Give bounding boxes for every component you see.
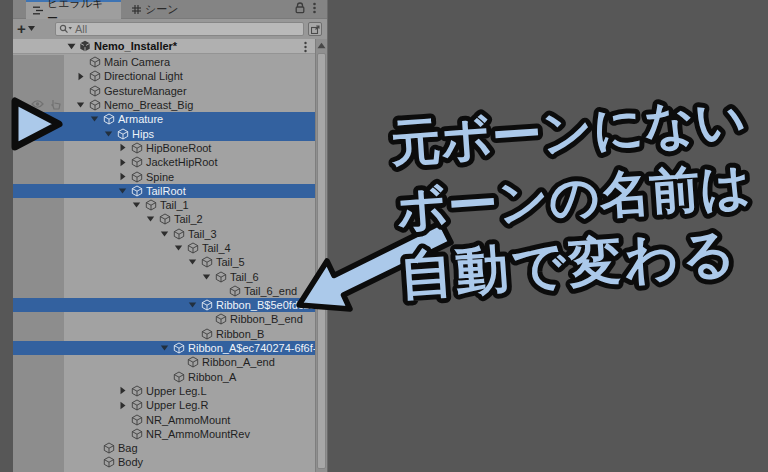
caption-line-1: 元ボーンにない	[388, 91, 748, 172]
tree-row[interactable]: Directional Light	[13, 69, 327, 83]
cube-icon	[131, 399, 143, 411]
scroll-up-arrow-icon[interactable]	[317, 42, 326, 49]
tree-row[interactable]: Ribbon_A$ec740274-6f6f-	[13, 341, 327, 355]
tree-row[interactable]: Tail_5	[13, 255, 327, 269]
tree-row[interactable]: Ribbon_B_end	[13, 312, 327, 326]
plus-icon: +	[17, 20, 26, 37]
tree-row[interactable]: Tail_4	[13, 241, 327, 255]
foldout-collapsed-icon[interactable]	[77, 72, 85, 81]
tab-bar: ヒエラルキー シーン	[13, 0, 327, 19]
object-name: Directional Light	[104, 70, 183, 82]
foldout-expanded-icon[interactable]	[118, 187, 127, 195]
object-name: Ribbon_B_end	[230, 313, 303, 325]
scene-name: Nemo_Installer*	[94, 40, 177, 52]
object-name: Ribbon_A$ec740274-6f6f-	[188, 342, 316, 354]
tab-hierarchy[interactable]: ヒエラルキー	[26, 0, 121, 19]
foldout-expanded-icon[interactable]	[146, 215, 155, 223]
cube-icon	[173, 342, 185, 354]
cube-icon	[131, 185, 143, 197]
tree-row[interactable]: Tail_6_end	[13, 284, 327, 298]
eye-icon[interactable]	[31, 99, 44, 109]
object-name: Spine	[146, 171, 174, 183]
tree-row[interactable]: Ribbon_A	[13, 370, 327, 384]
cube-icon	[215, 313, 227, 325]
search-input[interactable]: All	[55, 22, 304, 36]
tree-row[interactable]: Upper Leg.R	[13, 398, 327, 412]
tree-row[interactable]: Ribbon_A_end	[13, 355, 327, 369]
tree-row[interactable]: Ribbon_B	[13, 327, 327, 341]
object-name: Ribbon_A	[188, 371, 236, 383]
vertical-scrollbar[interactable]	[315, 39, 327, 472]
caption-line-3: 自動で変わる	[398, 222, 741, 305]
foldout-expanded-icon[interactable]	[90, 115, 99, 123]
cube-icon	[145, 199, 157, 211]
foldout-expanded-icon[interactable]	[174, 244, 183, 252]
foldout-collapsed-icon[interactable]	[119, 143, 127, 152]
tree-row[interactable]: Tail_6	[13, 269, 327, 283]
caption-line-2: ボーンの名前は	[395, 157, 753, 238]
pick-hand-icon[interactable]	[50, 99, 61, 110]
object-name: Tail_4	[202, 242, 231, 254]
tree-row[interactable]: Armature	[13, 112, 327, 126]
object-name: Tail_6_end	[244, 285, 297, 297]
foldout-collapsed-icon[interactable]	[119, 172, 127, 181]
object-name: Tail_6	[230, 271, 259, 283]
create-object-button[interactable]: +	[17, 20, 39, 37]
foldout-expanded-icon[interactable]	[160, 230, 169, 238]
tree-row[interactable]: HipBoneRoot	[13, 141, 327, 155]
tree-row[interactable]: Upper Leg.L	[13, 384, 327, 398]
open-search-window-button[interactable]	[308, 22, 322, 36]
tree-row[interactable]: Bag	[13, 441, 327, 455]
foldout-collapsed-icon[interactable]	[119, 386, 127, 395]
tree-row[interactable]: NR_AmmoMountRev	[13, 427, 327, 441]
tab-label: シーン	[145, 2, 179, 17]
tree-row[interactable]: Ribbon_B$5e0fdcba-	[13, 298, 327, 312]
tab-scene[interactable]: シーン	[125, 0, 186, 19]
foldout-expanded-icon[interactable]	[104, 130, 113, 138]
object-name: Tail_1	[160, 199, 189, 211]
object-name: Tail_3	[188, 228, 217, 240]
foldout-expanded-icon[interactable]	[160, 344, 169, 352]
tree-row[interactable]: JacketHipRoot	[13, 155, 327, 169]
cube-icon	[89, 56, 101, 68]
cube-icon	[117, 128, 129, 140]
foldout-expanded-icon[interactable]	[188, 301, 197, 309]
tree-row[interactable]: Nemo_Breast_Big	[13, 98, 327, 112]
object-name: Hips	[132, 128, 154, 140]
foldout-expanded-icon[interactable]	[76, 101, 85, 109]
tree-row[interactable]: TailRoot	[13, 184, 327, 198]
tree-row[interactable]: Tail_3	[13, 227, 327, 241]
search-icon	[59, 24, 72, 34]
object-name: Ribbon_A_end	[202, 356, 275, 368]
object-name: GestureManager	[104, 85, 187, 97]
object-name: TailRoot	[146, 185, 186, 197]
foldout-expanded-icon[interactable]	[132, 201, 141, 209]
tree-row[interactable]: NR_AmmoMount	[13, 412, 327, 426]
cube-icon	[159, 213, 171, 225]
grid-icon	[132, 5, 141, 14]
tree-row[interactable]: Tail_1	[13, 198, 327, 212]
object-name: Nemo_Breast_Big	[104, 99, 193, 111]
tree-row[interactable]: GestureManager	[13, 84, 327, 98]
foldout-expanded-icon[interactable]	[202, 273, 211, 281]
foldout-collapsed-icon[interactable]	[119, 158, 127, 167]
lock-icon[interactable]	[295, 2, 305, 14]
foldout-collapsed-icon[interactable]	[119, 401, 127, 410]
tree-rows: Main Camera Directional Light GestureMan…	[13, 55, 327, 470]
tree-row[interactable]: Tail_2	[13, 212, 327, 226]
object-name: Main Camera	[104, 56, 170, 68]
object-name: Ribbon_B	[216, 328, 264, 340]
scene-header-row[interactable]: Nemo_Installer*	[13, 39, 327, 54]
kebab-menu-icon[interactable]	[313, 2, 316, 14]
foldout-expanded-icon[interactable]	[188, 258, 197, 266]
kebab-menu-icon[interactable]	[304, 41, 307, 53]
cube-icon	[89, 99, 101, 111]
scrollbar-thumb[interactable]	[317, 53, 326, 469]
cube-icon	[131, 385, 143, 397]
tree-row[interactable]: Hips	[13, 126, 327, 140]
tree-row[interactable]: Spine	[13, 169, 327, 183]
tree-row[interactable]: Main Camera	[13, 55, 327, 69]
foldout-expanded-icon[interactable]	[67, 43, 76, 50]
cube-icon	[215, 271, 227, 283]
tree-row[interactable]: Body	[13, 455, 327, 469]
